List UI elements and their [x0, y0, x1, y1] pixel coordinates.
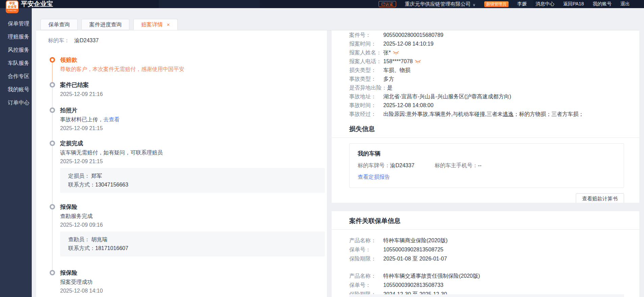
- timeline-step-desc: 事故材料已上传，去查看: [60, 115, 327, 124]
- tab-bar: 保单查询 案件进度查询 赔案详情: [36, 19, 639, 30]
- timeline-step-time: 2025-12-09 21:15: [60, 124, 327, 133]
- contact-label: 定损员：: [68, 172, 91, 180]
- chevron-right-icon: [26, 56, 28, 70]
- actions-row: 查看赔款计算书: [349, 193, 624, 203]
- my-vehicle-card: 我的车辆 标的车牌号：渝D24337标的车主手机号：-- 查看定损报告: [349, 143, 624, 188]
- case-row: 损失类型：车损、物损: [349, 66, 624, 75]
- timeline-step-desc: 查勘服务完成: [60, 212, 327, 221]
- view-assessment-report-link[interactable]: 查看定损报告: [358, 173, 616, 181]
- related-policies-title: 案件关联保单信息: [349, 217, 624, 225]
- timeline-step-desc: 尊敬的客户，本次案件无需赔付，感谢使用中国平安: [60, 65, 327, 74]
- case-number: 90550002800015680789: [383, 32, 443, 38]
- row-label: 是否异地出险：: [349, 83, 387, 92]
- certified-badge: 已认证: [379, 1, 396, 7]
- tab-claim-detail[interactable]: 赔案详情: [133, 19, 178, 30]
- role-badge: 超级管理员: [484, 1, 509, 7]
- row-label: 事故经过：: [349, 110, 383, 119]
- case-row: 报案人姓名：张*: [349, 48, 624, 57]
- sidebar-item-fleet[interactable]: 车队服务: [0, 56, 32, 70]
- chevron-right-icon: [26, 96, 28, 109]
- sidebar-item-claims[interactable]: 理赔服务: [0, 30, 32, 43]
- sidebar-item-policy-mgmt[interactable]: 保单管理: [0, 17, 32, 30]
- divider: [332, 138, 639, 138]
- reporter-phone: 158****7078: [383, 58, 413, 64]
- timeline-step-photos: 拍照片 事故材料已上传，去查看 2025-12-09 21:15: [36, 107, 327, 133]
- masked-eye-icon[interactable]: [393, 51, 399, 55]
- close-icon[interactable]: [167, 22, 170, 27]
- subject-vehicle-label: 标的车：: [48, 38, 70, 43]
- sidebar-item-risk[interactable]: 风控服务: [0, 43, 32, 56]
- claim-timeline-panel: 标的车：渝D24337 领赔款 尊敬的客户，本次案件无需赔付，感谢使用中国平安 …: [36, 30, 327, 297]
- loss-info-title: 损失信息: [349, 125, 624, 133]
- timeline-step-time: 2025-12-09 21:15: [60, 157, 327, 166]
- next-section-divider: [349, 294, 624, 297]
- case-row: 报案人电话：158****7078: [349, 57, 624, 66]
- accident-address: 湖北省-宜昌市-兴山县-兴山服务区(沪蓉高速成都方向): [383, 94, 511, 99]
- company-name: 重庆元华供应链管理有限公司: [405, 1, 471, 7]
- brand-title: 平安企业宝: [21, 0, 53, 8]
- view-materials-link[interactable]: 去查看: [103, 117, 120, 122]
- company-switcher[interactable]: 重庆元华供应链管理有限公司: [405, 1, 475, 7]
- report-time: 2025-12-08 14:10:19: [383, 41, 434, 47]
- sidebar-item-account[interactable]: 我的账号: [0, 83, 32, 96]
- case-row: 事故类型：多方: [349, 75, 624, 83]
- surveyor-contact-card: 查勘员：胡兆瑞 联系方式：18171016607: [60, 231, 325, 256]
- accident-type: 多方: [383, 76, 394, 82]
- reporter-name: 张*: [383, 50, 391, 55]
- tab-policy-query[interactable]: 保单查询: [41, 19, 78, 30]
- timeline-step-title: 报保险: [60, 270, 327, 276]
- vehicle-card-row: 标的车牌号：渝D24337标的车主手机号：--: [358, 162, 616, 169]
- logo-line2: 企业宝: [8, 5, 17, 8]
- navbar-right: 已认证 重庆元华供应链管理有限公司 超级管理员 李媛 消息中心 返回PA18 我…: [379, 0, 630, 8]
- chevron-right-icon: [26, 83, 28, 96]
- sidebar-item-orders[interactable]: 订单中心: [0, 96, 32, 109]
- chevron-right-icon: [26, 17, 28, 30]
- timeline-step-title: 案件已结案: [60, 82, 327, 89]
- timeline-step-title: 拍照片: [60, 107, 327, 114]
- accident-desc-highlight: 逃逸: [503, 111, 514, 117]
- contact-value: 郑军: [91, 173, 102, 179]
- related-policies-panel: 案件关联保单信息 产品名称：特种车辆商业保险(2020版) 保单号：105500…: [332, 211, 639, 297]
- assessor-contact-card: 定损员：郑军 联系方式：13047156663: [60, 168, 325, 193]
- view-payment-calc-button[interactable]: 查看赔款计算书: [576, 193, 624, 203]
- sidebar-item-partner[interactable]: 合作专区: [0, 70, 32, 83]
- case-row: 案件号：90550002800015680789: [349, 31, 624, 40]
- accident-description: 出险原因:意外事故,车辆意外,与机动车碰撞,三者未逃逸；标的方物损；三者方车损；: [383, 111, 584, 117]
- timeline-dot: [50, 270, 55, 275]
- timeline-step-time: 2025-12-08 14:10: [60, 287, 327, 295]
- case-row: 事故地址：湖北省-宜昌市-兴山县-兴山服务区(沪蓉高速成都方向): [349, 92, 624, 101]
- timeline-step-title: 领赔款: [60, 57, 327, 64]
- timeline-step-closed: 案件已结案 2025-12-09 21:16: [36, 82, 327, 99]
- contact-label: 联系方式：: [68, 244, 95, 253]
- nav-logout[interactable]: 退出: [620, 1, 630, 7]
- chevron-right-icon: [26, 30, 28, 43]
- nav-username[interactable]: 李媛: [517, 1, 527, 7]
- tab-case-progress[interactable]: 案件进度查询: [81, 19, 129, 30]
- accident-desc-pre: 出险原因:意外事故,车辆意外,与机动车碰撞,三者未: [383, 111, 503, 117]
- tab-label: 保单查询: [48, 22, 70, 27]
- accident-time: 2025-12-08 14:08:00: [383, 102, 434, 108]
- contact-label: 联系方式：: [68, 180, 95, 189]
- owner-phone-value: --: [478, 163, 482, 168]
- timeline-step-assessment: 定损完成 该车辆无需赔付，如有疑问，可联系理赔员 2025-12-09 21:1…: [36, 140, 327, 193]
- nav-back-pa18[interactable]: 返回PA18: [563, 1, 584, 7]
- nav-my-account[interactable]: 我的账号: [593, 1, 612, 7]
- divider: [332, 229, 639, 230]
- plate-label: 标的车牌号：: [358, 163, 390, 168]
- row-label: 产品名称：: [349, 271, 383, 280]
- subject-vehicle: 标的车：渝D24337: [48, 37, 99, 44]
- masked-eye-icon[interactable]: [415, 59, 421, 64]
- policy-number: 10550003902813508725: [383, 247, 443, 252]
- row-label: 事故地址：: [349, 92, 383, 101]
- row-label: 案件号：: [349, 31, 383, 40]
- case-row: 是否异地出险：是: [349, 83, 624, 92]
- owner-phone-label: 标的车主手机号：: [435, 163, 478, 168]
- case-row: 事故经过：出险原因:意外事故,车辆意外,与机动车碰撞,三者未逃逸；标的方物损；三…: [349, 110, 624, 119]
- chevron-right-icon: [26, 70, 28, 83]
- timeline-step-title: 报保险: [60, 204, 327, 211]
- policy-number: 10550003902813508733: [383, 282, 443, 288]
- row-label: 损失类型：: [349, 66, 383, 75]
- case-detail-panel: 案件号：90550002800015680789 报案时间：2025-12-08…: [332, 30, 639, 203]
- nav-message-center[interactable]: 消息中心: [536, 1, 555, 7]
- tab-label: 案件进度查询: [89, 22, 122, 27]
